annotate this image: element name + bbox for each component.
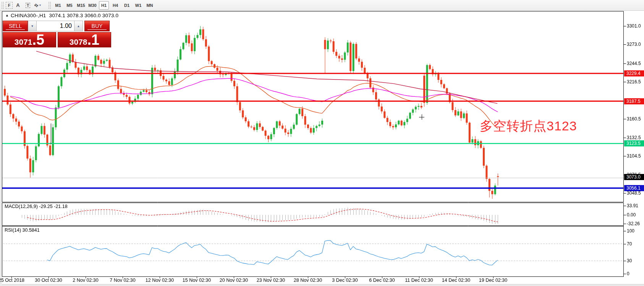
arrows-tool-icon[interactable]: ⇄▼ <box>33 1 42 10</box>
timeframe-button-mn[interactable]: MN <box>145 1 155 10</box>
symbol-period-label: CHINA300-,H1 <box>11 13 46 18</box>
time-axis-label: 6 Dec 02:30 <box>369 278 395 283</box>
macd-tick-label: 33.91 <box>627 203 644 208</box>
timeframe-button-h1[interactable]: H1 <box>99 1 109 10</box>
sell-price-display[interactable]: 3071 .5 <box>3 32 56 47</box>
time-axis-label: 3 Dec 02:30 <box>332 278 358 283</box>
timeframe-button-m5[interactable]: M5 <box>65 1 74 10</box>
time-axis-label: 23 Nov 02:30 <box>257 278 285 283</box>
volume-input[interactable] <box>37 21 74 31</box>
label-tool-icon[interactable]: T <box>23 1 32 10</box>
price-badge: 3123.5 <box>624 140 644 146</box>
one-click-trade-panel: SELL ▼ ▲ BUY 3071 .5 3078 .1 <box>3 21 111 47</box>
price-tick-label: 3048.5 <box>627 190 644 196</box>
rsi-tick-label: 0 <box>627 271 644 276</box>
timeframe-button-m15[interactable]: M15 <box>76 1 86 10</box>
ohlc-values: 3074.1 3078.3 3060.0 3073.0 <box>49 13 118 18</box>
time-axis-label: 25 Oct 2018 <box>0 278 24 283</box>
time-axis-label: 30 Oct 02:30 <box>35 278 62 283</box>
buy-price-display[interactable]: 3078 .1 <box>58 32 111 47</box>
rsi-label: RSI(14) 30.5841 <box>5 227 40 233</box>
price-tick-label: 3132.5 <box>627 135 644 140</box>
chart-title: ▲CHINA300-,H1 3074.1 3078.3 3060.0 3073.… <box>5 13 118 18</box>
timeframe-button-w1[interactable]: W1 <box>133 1 143 10</box>
time-axis-label: 20 Nov 02:30 <box>220 278 248 283</box>
fibonacci-tool-icon[interactable]: F <box>6 2 13 9</box>
trading-platform-window: F A T ⇄▼ M1M5M15M30H1H4D1W1MN ▲CHINA300-… <box>0 0 644 286</box>
buy-price-frac: .1 <box>87 32 100 47</box>
price-tick-label: 3273.0 <box>627 42 644 47</box>
time-axis-label: 12 Nov 02:30 <box>146 278 174 283</box>
timeframe-button-m1[interactable]: M1 <box>53 1 63 10</box>
chart-annotation-text: 多空转折点3123 <box>480 117 577 135</box>
price-badge: 3056.1 <box>624 185 644 191</box>
toolbar-grip[interactable] <box>1 2 4 9</box>
time-axis-label: 2 Nov 02:30 <box>73 278 98 283</box>
time-axis-label: 11 Dec 02:30 <box>405 278 433 283</box>
rsi-tick-label: 30 <box>627 258 644 263</box>
price-badge: 3229.4 <box>624 70 644 76</box>
sell-button[interactable]: SELL <box>3 21 28 31</box>
volume-increase-button[interactable]: ▲ <box>74 21 83 31</box>
volume-decrease-button[interactable]: ▼ <box>28 21 37 31</box>
time-axis-label: 19 Dec 02:30 <box>479 278 507 283</box>
text-tool-icon[interactable]: A <box>13 1 23 10</box>
toolbar: F A T ⇄▼ M1M5M15M30H1H4D1W1MN <box>0 0 644 11</box>
time-axis-label: 15 Nov 02:30 <box>183 278 211 283</box>
time-axis-label: 14 Dec 02:30 <box>442 278 470 283</box>
timeframe-button-h4[interactable]: H4 <box>110 1 120 10</box>
time-axis-label: 7 Nov 02:30 <box>110 278 135 283</box>
macd-tick-label: -32.26 <box>627 221 644 226</box>
price-tick-label: 3216.5 <box>627 79 644 84</box>
buy-price-main: 3078 <box>70 35 87 49</box>
rsi-tick-label: 100 <box>627 228 644 234</box>
price-badge: 3073.0 <box>624 174 644 180</box>
status-strip <box>0 284 644 286</box>
window-left-edge <box>0 11 2 286</box>
sell-price-frac: .5 <box>32 32 45 47</box>
price-tick-label: 3301.0 <box>627 23 644 29</box>
price-tick-label: 3104.5 <box>627 153 644 159</box>
time-axis-label: 28 Nov 02:30 <box>294 278 322 283</box>
sell-price-main: 3071 <box>15 35 32 49</box>
macd-tick-label: 0.00 <box>627 212 644 218</box>
price-tick-label: 3244.5 <box>627 61 644 66</box>
buy-button[interactable]: BUY <box>84 21 110 31</box>
collapse-triangle-icon[interactable]: ▲ <box>5 13 9 17</box>
macd-label: MACD(12,26,9) -29.25 -21.18 <box>5 204 68 209</box>
price-badge: 3187.5 <box>624 98 644 104</box>
toolbar-grip[interactable] <box>48 2 51 9</box>
timeframe-button-d1[interactable]: D1 <box>122 1 132 10</box>
timeframe-button-m30[interactable]: M30 <box>87 1 97 10</box>
price-tick-label: 3160.5 <box>627 116 644 122</box>
rsi-tick-label: 70 <box>627 241 644 247</box>
timeframe-group: M1M5M15M30H1H4D1W1MN <box>52 1 155 10</box>
